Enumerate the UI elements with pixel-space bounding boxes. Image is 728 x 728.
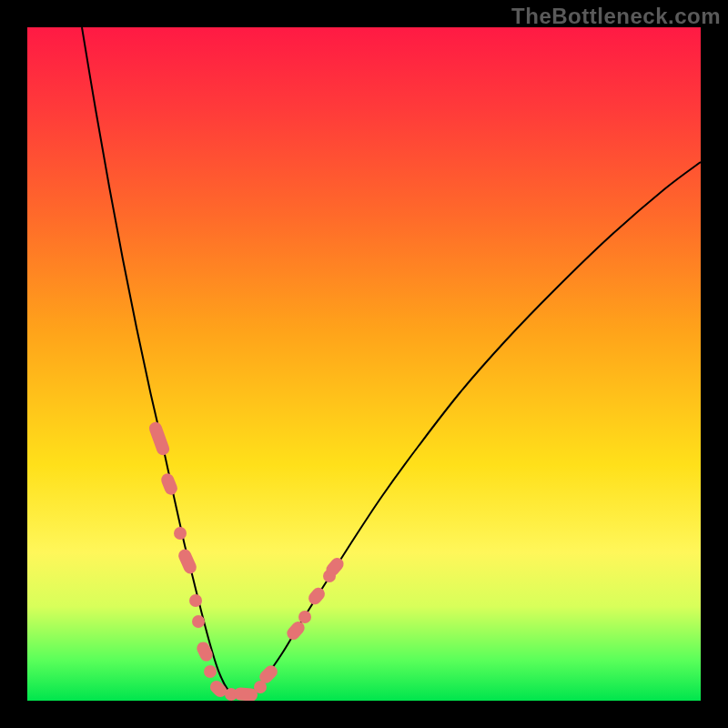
scatter-point <box>189 594 202 607</box>
scatter-points <box>147 420 347 701</box>
scatter-point <box>177 547 198 575</box>
scatter-point <box>147 420 171 457</box>
scatter-point <box>204 665 217 678</box>
scatter-point <box>159 471 179 496</box>
scatter-point <box>174 527 187 540</box>
scatter-point <box>192 615 205 628</box>
scatter-point <box>195 640 215 663</box>
bottleneck-curve <box>82 27 701 695</box>
scatter-point <box>306 585 328 607</box>
curve-svg <box>27 27 701 701</box>
chart-frame: TheBottleneck.com <box>0 0 728 728</box>
scatter-point <box>298 611 311 623</box>
plot-area <box>27 27 701 701</box>
watermark-text: TheBottleneck.com <box>511 4 721 29</box>
